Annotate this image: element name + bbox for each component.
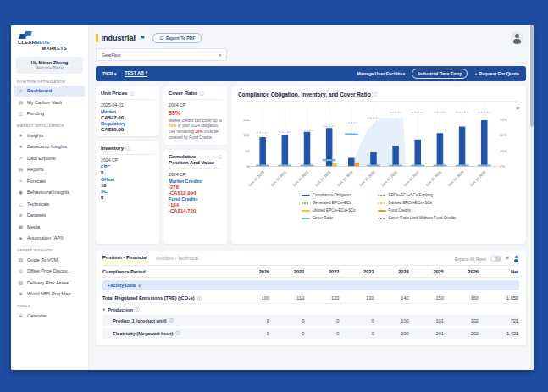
sidebar-item-my-carbon-vault[interactable]: ▤ My Carbon Vault bbox=[14, 97, 85, 108]
tab-position-technical[interactable]: Position - Technical bbox=[156, 256, 198, 262]
info-icon[interactable]: ⓘ bbox=[374, 92, 378, 98]
sidebar-item-label: Funding bbox=[27, 111, 44, 116]
table-row: Product 1 (product unit)ⓘ 0 0 0 0 100 10… bbox=[102, 315, 519, 326]
info-icon[interactable]: ⓘ bbox=[136, 307, 140, 312]
logo-wordmark: CLEARBLUE bbox=[18, 40, 83, 46]
sidebar-item-basecamp-insights[interactable]: ∗ Basecamp Insights bbox=[14, 141, 85, 153]
info-icon[interactable]: ⓘ bbox=[169, 318, 174, 323]
chart-title: Compliance Obligation, Inventory, and Co… bbox=[238, 91, 371, 97]
unit-prices-date: 2025-04-01 bbox=[101, 102, 154, 108]
sidebar-item-datasets[interactable]: ≡ Datasets bbox=[14, 210, 85, 222]
inventory-period: 2024 CP bbox=[101, 157, 154, 163]
info-icon[interactable]: ⓘ bbox=[200, 91, 204, 96]
sidebar-item-label: Dashboard bbox=[27, 88, 52, 93]
page-header: Industrial ⚑ ⊡ Export To PDF bbox=[89, 25, 534, 48]
chevron-down-icon: ∨ bbox=[102, 307, 105, 312]
table-menu-icon[interactable]: ≡ bbox=[506, 256, 509, 262]
sidebar-item-funding[interactable]: ◫ Funding bbox=[14, 108, 85, 120]
table-cell: 0 bbox=[271, 318, 306, 323]
row-label: Total Regulated Emissions (TRE) (tCO₂e) bbox=[102, 295, 195, 301]
table-cell: 202 bbox=[446, 331, 480, 336]
table-user-icon[interactable] bbox=[513, 256, 519, 262]
sidebar-item-behavioural-insights[interactable]: ◉ Behavioural Insights bbox=[14, 187, 85, 199]
legend-label: Generated EPCs+ECs bbox=[313, 201, 351, 205]
compliance-period-header: Compliance Period bbox=[102, 269, 236, 274]
market-price: CA$47.00 bbox=[101, 115, 154, 120]
sidebar-item-label: My Carbon Vault bbox=[27, 100, 62, 105]
sidebar-item-label: Data Explorer bbox=[27, 156, 56, 161]
info-icon[interactable]: ⓘ bbox=[130, 91, 134, 96]
legend-item: Fund Credits bbox=[378, 207, 457, 214]
user-welcome: Welcome Back! bbox=[18, 66, 81, 70]
row-label: Product 1 (product unit) bbox=[113, 318, 167, 323]
sidebar-item-label: Insights bbox=[27, 133, 43, 138]
tab-position-financial[interactable]: Position - Financial bbox=[102, 255, 147, 262]
industrial-data-entry-button[interactable]: Industrial Data Entry bbox=[412, 69, 468, 79]
sidebar: CLEARBLUE MARKETS Hi, Miran Zhong Welcom… bbox=[11, 25, 89, 370]
market-credits-qty: -276 bbox=[169, 185, 222, 190]
legend-swatch bbox=[302, 218, 310, 219]
chart-menu-icon[interactable]: ≡ bbox=[516, 105, 519, 111]
info-icon[interactable]: ⓘ bbox=[218, 155, 222, 159]
automation-icon: ◈ bbox=[18, 235, 24, 240]
legend-label: Cover Ratio bbox=[313, 216, 333, 220]
regulatory-label: Regulatory bbox=[101, 121, 154, 126]
svg-text:Dec 31 2020: Dec 31 2020 bbox=[247, 169, 265, 187]
sidebar-item-label: Reports bbox=[27, 167, 44, 172]
facility-data-label: Facility Data bbox=[108, 283, 136, 288]
chevron-down-icon: ▾ bbox=[114, 72, 116, 76]
table-cell: 102 bbox=[446, 318, 480, 323]
legend-label: EPCs+ECs+SCs Expiring bbox=[389, 193, 433, 197]
svg-text:50: 50 bbox=[245, 149, 249, 153]
facility-data-group-row[interactable]: Facility Data ∨ bbox=[102, 280, 519, 290]
sidebar-item-calendar[interactable]: ⊞ Calendar bbox=[14, 310, 85, 322]
tier-dropdown[interactable]: TIER ▾ bbox=[102, 71, 116, 76]
compliance-chart: 00%5025%10050%15075%Dec 31 2020Dec 31 20… bbox=[238, 103, 519, 191]
svg-text:100: 100 bbox=[243, 133, 250, 137]
logo-icon bbox=[19, 31, 33, 39]
info-icon[interactable]: ⓘ bbox=[176, 331, 180, 335]
unit-prices-card: Unit Prices ⓘ 2025-04-01 Market CA$47.00… bbox=[96, 86, 159, 136]
info-icon[interactable]: ⓘ bbox=[126, 146, 130, 151]
funding-icon: ◫ bbox=[18, 111, 24, 116]
sidebar-item-dashboard[interactable]: ⌂ Dashboard bbox=[14, 86, 85, 97]
tier-label: TIER bbox=[102, 71, 113, 76]
expand-all-rows-toggle[interactable] bbox=[490, 256, 501, 262]
workflow-select-value: GearFlow bbox=[102, 52, 121, 58]
export-label: Export To PDF bbox=[166, 36, 195, 41]
sidebar-item-guide-to-vcm[interactable]: ▧ Guide To VCM bbox=[14, 254, 85, 266]
sidebar-item-delivery-risk[interactable]: ▨ Delivery Risk Asses... bbox=[14, 277, 85, 289]
tab-test-ab[interactable]: TEST AB ▾ bbox=[125, 70, 147, 78]
svg-text:Dec 31 2026: Dec 31 2026 bbox=[380, 169, 398, 187]
legend-label: Banked EPCs+ECs+SCs bbox=[389, 201, 432, 205]
legend-label: Compliance Obligation bbox=[313, 193, 351, 197]
sidebar-item-forecast[interactable]: ≈ Forecast bbox=[14, 175, 85, 187]
production-group-row[interactable]: ∨Productionⓘ bbox=[102, 304, 519, 315]
sidebar-item-technicals[interactable]: △ Technicals bbox=[14, 198, 85, 210]
sidebar-item-offset-price-discovery[interactable]: ◎ Offset Price Discov... bbox=[14, 266, 85, 278]
legend-swatch bbox=[302, 195, 310, 196]
legend-swatch bbox=[378, 202, 386, 204]
manage-user-facilities-button[interactable]: Manage User Facilities bbox=[357, 71, 405, 76]
legend-item: Utilized EPCs+ECs+SCs bbox=[302, 207, 356, 214]
fund-credits-label: Fund Credits bbox=[169, 196, 222, 202]
sidebar-item-label: Guide To VCM bbox=[27, 257, 58, 262]
sidebar-item-reports[interactable]: ▤ Reports bbox=[14, 164, 85, 176]
sidebar-item-data-explorer[interactable]: ↗ Data Explorer bbox=[14, 152, 85, 164]
media-icon: ▦ bbox=[18, 224, 24, 229]
sidebar-item-insights[interactable]: ∗ Insights bbox=[14, 130, 85, 141]
info-icon[interactable]: ⓘ bbox=[197, 296, 202, 301]
scrollbar[interactable] bbox=[530, 25, 534, 370]
sidebar-item-media[interactable]: ▦ Media bbox=[14, 221, 85, 233]
rfq-icon: ● bbox=[474, 71, 477, 76]
avatar[interactable] bbox=[511, 31, 523, 44]
data-explorer-icon: ↗ bbox=[18, 156, 24, 161]
person-icon bbox=[511, 31, 523, 44]
legend-item: Generated EPCs+ECs bbox=[302, 200, 356, 207]
workflow-select[interactable]: GearFlow ▾ bbox=[96, 48, 227, 61]
request-for-quote-button[interactable]: ● Request For Quote bbox=[474, 71, 519, 76]
export-to-pdf-button[interactable]: ⊡ Export To PDF bbox=[152, 33, 202, 43]
sidebar-item-world-nbs-proj-map[interactable]: ⊕ World NBS Proj Map bbox=[14, 289, 85, 301]
sidebar-item-automation-api[interactable]: ◈ Automation (API) bbox=[14, 233, 85, 245]
forecast-icon: ≈ bbox=[18, 179, 24, 184]
